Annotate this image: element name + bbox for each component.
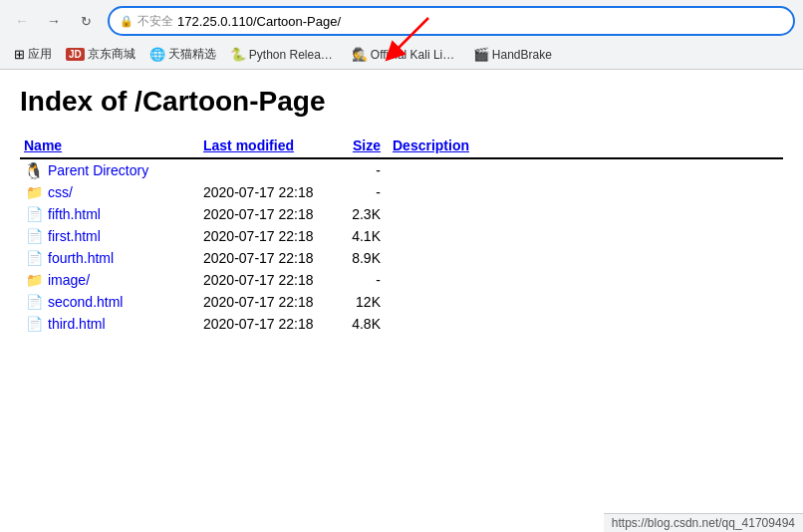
bookmark-python[interactable]: 🐍 Python Release P...	[224, 45, 344, 64]
folder-icon: 📁	[24, 184, 44, 200]
url-text: 172.25.0.110/Cartoon-Page/	[177, 14, 783, 29]
col-header-name[interactable]: Name	[20, 133, 199, 158]
bookmark-jd[interactable]: JD 京东商城	[60, 44, 141, 65]
cell-description	[389, 247, 783, 269]
address-bar[interactable]: 🔒 不安全 172.25.0.110/Cartoon-Page/	[108, 6, 795, 36]
jd-icon: JD	[66, 48, 85, 61]
cell-size: 4.1K	[339, 225, 389, 247]
page-title: Index of /Cartoon-Page	[20, 86, 783, 118]
table-row: 📄second.html2020-07-17 22:1812K	[20, 291, 783, 313]
col-size-link[interactable]: Size	[353, 137, 381, 153]
file-link-image[interactable]: image/	[48, 272, 90, 288]
table-row: 📄fourth.html2020-07-17 22:188.9K	[20, 247, 783, 269]
cell-name: 📄fourth.html	[20, 247, 199, 269]
bookmark-kali-label: Official Kali Linux...	[371, 48, 459, 62]
file-link-third[interactable]: third.html	[48, 316, 106, 332]
file-icon: 📄	[24, 294, 44, 310]
cell-modified: 2020-07-17 22:18	[199, 225, 339, 247]
forward-button[interactable]: →	[40, 7, 68, 35]
col-modified-link[interactable]: Last modified	[203, 137, 294, 153]
cell-size: -	[339, 269, 389, 291]
page-content: Index of /Cartoon-Page Name Last modifie…	[0, 70, 803, 351]
bookmark-tmall[interactable]: 🌐 天猫精选	[143, 44, 222, 65]
col-header-modified[interactable]: Last modified	[199, 133, 339, 158]
cell-description	[389, 291, 783, 313]
cell-modified: 2020-07-17 22:18	[199, 181, 339, 203]
table-header-row: Name Last modified Size Description	[20, 133, 783, 158]
cell-modified: 2020-07-17 22:18	[199, 269, 339, 291]
cell-modified: 2020-07-17 22:18	[199, 247, 339, 269]
file-icon: 📄	[24, 316, 44, 332]
cell-modified: 2020-07-17 22:18	[199, 203, 339, 225]
cell-size: -	[339, 158, 389, 181]
file-icon: 📄	[24, 250, 44, 266]
cell-modified	[199, 158, 339, 181]
cell-size: -	[339, 181, 389, 203]
cell-modified: 2020-07-17 22:18	[199, 291, 339, 313]
insecure-label: 不安全	[137, 13, 173, 30]
file-link-parent[interactable]: Parent Directory	[48, 162, 148, 178]
bookmark-handbrake[interactable]: 🎬 HandBrake	[467, 45, 558, 64]
table-row: 📄first.html2020-07-17 22:184.1K	[20, 225, 783, 247]
table-row: 🐧Parent Directory-	[20, 158, 783, 181]
tmall-icon: 🌐	[149, 47, 165, 62]
browser-toolbar: ← → ↻ 🔒 不安全 172.25.0.110/Cartoon-Page/	[8, 6, 795, 36]
cell-name: 📁css/	[20, 181, 199, 203]
cell-name: 🐧Parent Directory	[20, 159, 199, 181]
parent-icon: 🐧	[24, 162, 44, 178]
cell-description	[389, 269, 783, 291]
table-row: 📄third.html2020-07-17 22:184.8K	[20, 313, 783, 335]
file-link-fifth[interactable]: fifth.html	[48, 206, 101, 222]
cell-size: 12K	[339, 291, 389, 313]
python-icon: 🐍	[230, 47, 246, 62]
lock-icon: 🔒	[120, 15, 134, 28]
cell-size: 8.9K	[339, 247, 389, 269]
file-icon: 📄	[24, 206, 44, 222]
bookmark-tmall-label: 天猫精选	[168, 46, 216, 63]
back-button[interactable]: ←	[8, 7, 36, 35]
cell-modified: 2020-07-17 22:18	[199, 313, 339, 335]
nav-buttons: ← → ↻	[8, 7, 100, 35]
table-row: 📁css/2020-07-17 22:18-	[20, 181, 783, 203]
bookmark-apps[interactable]: ⊞ 应用	[8, 44, 58, 65]
cell-description	[389, 225, 783, 247]
col-name-link[interactable]: Name	[24, 137, 62, 153]
cell-name: 📄third.html	[20, 313, 199, 335]
bookmark-handbrake-label: HandBrake	[492, 48, 552, 62]
table-row: 📁image/2020-07-17 22:18-	[20, 269, 783, 291]
bookmarks-bar: ⊞ 应用 JD 京东商城 🌐 天猫精选 🐍 Python Release P..…	[8, 42, 795, 69]
cell-name: 📄first.html	[20, 225, 199, 247]
folder-icon: 📁	[24, 272, 44, 288]
cell-name: 📄second.html	[20, 291, 199, 313]
cell-description	[389, 203, 783, 225]
kali-icon: 🕵	[352, 47, 368, 62]
file-link-fourth[interactable]: fourth.html	[48, 250, 114, 266]
file-icon: 📄	[24, 228, 44, 244]
directory-table: Name Last modified Size Description 🐧Par…	[20, 133, 783, 335]
cell-description	[389, 181, 783, 203]
cell-description	[389, 158, 783, 181]
bookmark-python-label: Python Release P...	[249, 48, 338, 62]
cell-description	[389, 313, 783, 335]
cell-name: 📄fifth.html	[20, 203, 199, 225]
col-header-size[interactable]: Size	[339, 133, 389, 158]
col-desc-link[interactable]: Description	[393, 137, 469, 153]
reload-button[interactable]: ↻	[72, 7, 100, 35]
file-link-css[interactable]: css/	[48, 184, 73, 200]
file-link-second[interactable]: second.html	[48, 294, 123, 310]
cell-size: 4.8K	[339, 313, 389, 335]
apps-icon: ⊞	[14, 47, 25, 62]
bookmark-kali[interactable]: 🕵 Official Kali Linux...	[346, 45, 465, 64]
file-link-first[interactable]: first.html	[48, 228, 101, 244]
table-row: 📄fifth.html2020-07-17 22:182.3K	[20, 203, 783, 225]
handbrake-icon: 🎬	[473, 47, 489, 62]
cell-name: 📁image/	[20, 269, 199, 291]
browser-chrome: ← → ↻ 🔒 不安全 172.25.0.110/Cartoon-Page/	[0, 0, 803, 70]
bookmark-jd-label: 京东商城	[88, 46, 135, 63]
col-header-description[interactable]: Description	[389, 133, 783, 158]
bookmark-apps-label: 应用	[28, 46, 52, 63]
cell-size: 2.3K	[339, 203, 389, 225]
